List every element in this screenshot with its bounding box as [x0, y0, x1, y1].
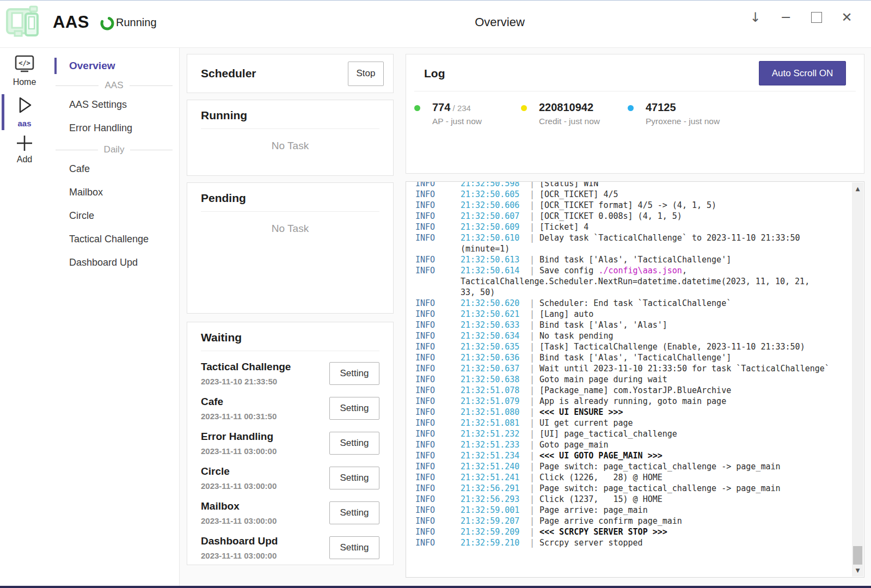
log-separator: |	[530, 265, 539, 276]
log-separator: |	[530, 341, 539, 352]
nav-item-error-handling[interactable]: Error Handling	[49, 117, 179, 140]
stat-label: Pyroxene - just now	[646, 117, 720, 126]
log-timestamp: 21:32:50.636	[461, 352, 530, 363]
log-message: Scheduler: End task `TacticalChallenge`	[539, 298, 852, 309]
minimize-button[interactable]: ─	[776, 7, 796, 28]
scroll-up-icon[interactable]: ▲	[852, 186, 863, 192]
nav-group-divider: Daily	[56, 142, 173, 157]
log-level: INFO	[415, 254, 461, 265]
log-level: INFO	[415, 516, 461, 526]
waiting-task-row: Mailbox2023-11-11 03:00:00Setting	[201, 500, 379, 525]
log-timestamp: 21:32:51.081	[461, 418, 530, 428]
stat-dot-icon	[521, 105, 527, 111]
task-setting-button[interactable]: Setting	[329, 432, 379, 455]
nav-item-mailbox[interactable]: Mailbox	[49, 181, 179, 204]
download-update-button[interactable]: ↓	[745, 7, 765, 28]
log-message: Click (1237, 15) @ HOME	[539, 494, 852, 505]
log-level: INFO	[415, 232, 461, 243]
task-setting-button[interactable]: Setting	[329, 501, 379, 524]
pending-card: Pending No Task	[187, 182, 394, 314]
task-name: Dashboard Upd	[201, 535, 278, 547]
log-separator: |	[530, 181, 539, 189]
maximize-icon	[811, 12, 822, 23]
log-level: INFO	[415, 385, 461, 396]
scrollbar-thumb[interactable]	[853, 546, 862, 565]
task-setting-button[interactable]: Setting	[329, 536, 379, 559]
log-output-panel: INFO21:32:50.598|[Status] WININFO21:32:5…	[406, 181, 864, 578]
log-separator: |	[530, 537, 539, 548]
home-icon: </>	[13, 54, 36, 76]
maximize-button[interactable]	[806, 7, 826, 28]
log-line: INFO21:32:51.232|[UI] page_tactical_chal…	[406, 428, 852, 439]
stat-label: Credit - just now	[539, 117, 600, 126]
running-empty-text: No Task	[201, 140, 379, 152]
log-message: [Task] TacticalChallenge (Enable, 2023-1…	[539, 341, 852, 352]
auto-scroll-toggle[interactable]: Auto Scroll ON	[759, 61, 846, 85]
log-line: INFO21:32:51.078|[Package_name] com.Yost…	[406, 385, 852, 396]
log-level: INFO	[415, 472, 461, 483]
log-timestamp: 21:32:56.291	[461, 483, 530, 494]
task-name: Mailbox	[201, 500, 277, 512]
nav-item-cafe[interactable]: Cafe	[49, 157, 179, 181]
waiting-task-row: Cafe2023-11-11 00:31:50Setting	[201, 396, 379, 421]
nav-item-label: Error Handling	[69, 122, 132, 134]
waiting-task-row: Error Handling2023-11-11 03:00:00Setting	[201, 431, 379, 456]
stop-button[interactable]: Stop	[348, 62, 384, 86]
nav-item-circle[interactable]: Circle	[49, 204, 179, 228]
log-separator: |	[530, 516, 539, 526]
log-message: <<< SCRCPY SERVER STOP >>>	[539, 526, 852, 537]
scheduler-status-text: Running	[116, 16, 157, 29]
rail-item-home[interactable]: </> Home	[0, 54, 49, 87]
log-timestamp: 21:32:50.620	[461, 298, 530, 309]
log-separator: |	[530, 363, 539, 374]
stat-dot-icon	[414, 105, 420, 111]
log-line: INFO21:32:50.637|Wait until 2023-11-10 2…	[406, 363, 852, 374]
log-separator: |	[530, 211, 539, 222]
scheduler-card: Scheduler Stop	[187, 54, 394, 93]
task-info: Mailbox2023-11-11 03:00:00	[201, 500, 277, 525]
close-button[interactable]: ✕	[837, 7, 857, 28]
nav-item-label: Dashboard Upd	[69, 257, 138, 268]
log-timestamp: 21:32:50.637	[461, 363, 530, 374]
scroll-down-icon[interactable]: ▼	[852, 567, 863, 573]
app-name: AAS	[53, 13, 89, 32]
waiting-task-row: Dashboard Upd2023-11-11 03:00:00Setting	[201, 535, 379, 560]
log-level: INFO	[415, 320, 461, 330]
rail-item-aas[interactable]: aas	[0, 93, 49, 128]
log-message-continuation: 33, 50)	[461, 287, 852, 298]
log-message: [Lang] auto	[539, 309, 852, 320]
nav-item-label: Mailbox	[69, 187, 103, 198]
task-setting-button[interactable]: Setting	[329, 362, 379, 385]
task-setting-button[interactable]: Setting	[329, 467, 379, 489]
task-next-run-time: 2023-11-11 00:31:50	[201, 412, 277, 421]
task-next-run-time: 2023-11-11 03:00:00	[201, 446, 277, 456]
log-message: Bind task ['Alas', 'TacticalChallenge']	[539, 352, 852, 363]
log-separator: |	[530, 374, 539, 385]
app-window: { "window": { "app_name": "AAS", "status…	[0, 0, 871, 588]
log-level: INFO	[415, 407, 461, 418]
log-level: INFO	[415, 200, 461, 211]
log-separator: |	[530, 396, 539, 407]
task-setting-button[interactable]: Setting	[329, 397, 379, 420]
log-line: INFO21:32:50.620|Scheduler: End task `Ta…	[406, 298, 852, 309]
log-message: Wait until 2023-11-10 21:33:50 for task …	[539, 363, 852, 374]
nav-item-tactical-challenge[interactable]: Tactical Challenge	[49, 228, 179, 251]
log-line: INFO21:32:50.621|[Lang] auto	[406, 309, 852, 320]
stat-suffix: / 234	[450, 103, 471, 113]
app-logo-icon	[5, 5, 41, 40]
log-timestamp: 21:32:50.598	[461, 181, 530, 189]
nav-item-aas-settings[interactable]: AAS Settings	[49, 93, 179, 117]
rail-item-add[interactable]: Add	[0, 133, 49, 164]
log-line: INFO21:32:56.293|Click (1237, 15) @ HOME	[406, 494, 852, 505]
log-line: INFO21:32:56.291|Page switch: page_tacti…	[406, 483, 852, 494]
log-message: No task pending	[539, 330, 852, 341]
nav-item-overview[interactable]: Overview	[49, 56, 179, 76]
waiting-task-row: Tactical Challenge2023-11-10 21:33:50Set…	[201, 361, 379, 386]
log-timestamp: 21:32:50.613	[461, 254, 530, 265]
task-info: Dashboard Upd2023-11-11 03:00:00	[201, 535, 278, 560]
log-scrollbar[interactable]: ▲ ▼	[852, 182, 863, 577]
nav-item-dashboard-upd[interactable]: Dashboard Upd	[49, 251, 179, 274]
log-line: INFO21:32:50.606|[OCR_TICKET format] 4/5…	[406, 200, 852, 211]
running-card: Running No Task	[187, 100, 394, 176]
log-separator: |	[530, 352, 539, 363]
